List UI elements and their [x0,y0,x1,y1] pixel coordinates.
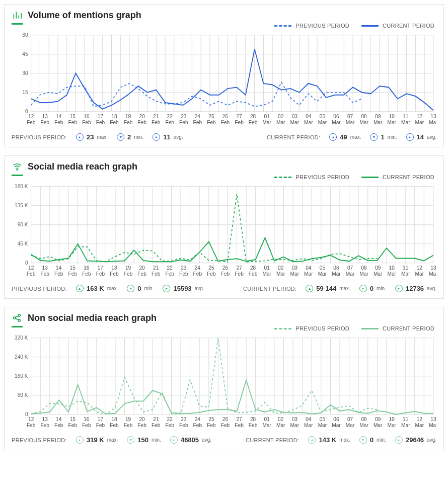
legend-previous: PREVIOUS PERIOD [274,23,349,29]
svg-text:25: 25 [208,113,214,120]
svg-text:Mar: Mar [276,119,285,126]
stat-avg: ▸14avg. [406,133,436,141]
svg-text:25: 25 [208,265,214,271]
svg-text:24: 24 [195,113,200,120]
svg-text:02: 02 [278,416,283,423]
svg-text:17: 17 [98,113,103,120]
panel-header: Volume of mentions graph [12,10,436,21]
svg-text:Mar: Mar [332,422,341,429]
stat-min: ▾150min. [127,436,161,444]
svg-text:09: 09 [375,416,381,423]
svg-text:16: 16 [84,113,89,120]
legend-label-prev: PREVIOUS PERIOD [295,174,349,180]
chart-plot[interactable]: .gl{stroke:#dcdcdc;stroke-width:1}.axis … [12,32,436,127]
svg-text:15: 15 [70,416,76,423]
svg-text:04: 04 [306,113,311,120]
panel-title: Non social media reach graph [28,313,157,323]
stats-period-label: CURRENT PERIOD: [243,286,296,292]
svg-text:22: 22 [167,113,173,120]
svg-text:Feb: Feb [235,422,244,429]
svg-text:23: 23 [181,265,186,271]
legend-swatch-prev [274,177,291,178]
svg-text:01: 01 [264,416,270,423]
legend: PREVIOUS PERIOD CURRENT PERIOD [12,325,434,331]
svg-text:Feb: Feb [249,422,258,429]
stats-period-label: PREVIOUS PERIOD: [12,134,67,140]
legend-swatch-curr [361,177,379,178]
svg-text:Mar: Mar [290,271,300,277]
svg-text:28: 28 [250,416,256,423]
svg-text:Feb: Feb [27,271,36,277]
stats-period-label: PREVIOUS PERIOD: [12,286,67,292]
svg-text:Feb: Feb [235,119,244,126]
svg-text:Feb: Feb [137,422,146,429]
svg-text:Feb: Feb [152,119,161,126]
svg-text:01: 01 [264,113,270,120]
svg-text:Feb: Feb [165,119,174,126]
svg-text:04: 04 [306,265,311,271]
svg-text:Feb: Feb [124,422,133,429]
svg-text:10: 10 [389,265,395,271]
svg-text:Feb: Feb [137,271,146,277]
chart-panel-nonsocial: Non social media reach graph PREVIOUS PE… [4,307,444,450]
legend-label-curr: CURRENT PERIOD [383,174,434,180]
svg-text:23: 23 [181,416,186,423]
svg-text:22: 22 [167,416,173,423]
svg-text:Feb: Feb [82,271,91,277]
chart-plot[interactable]: .gl{stroke:#dcdcdc;stroke-width:1}.axis … [12,335,436,430]
svg-text:03: 03 [292,113,297,120]
svg-text:Feb: Feb [221,422,230,429]
svg-text:16: 16 [84,416,89,423]
stat-min: ▾0min. [359,285,386,292]
svg-text:15: 15 [70,265,76,271]
svg-text:Mar: Mar [332,119,341,126]
svg-text:12: 12 [417,265,422,271]
svg-text:Mar: Mar [359,271,368,277]
svg-text:Feb: Feb [152,271,161,277]
svg-text:Mar: Mar [318,271,327,277]
legend-previous: PREVIOUS PERIOD [274,174,349,180]
legend-current: CURRENT PERIOD [361,23,434,29]
stats-group: CURRENT PERIOD: ▴143 Kmax. ▾0min. ▸29646… [246,436,436,444]
stats-period-label: CURRENT PERIOD: [267,134,320,140]
svg-text:08: 08 [361,416,366,423]
svg-text:Mar: Mar [359,119,368,126]
svg-text:Mar: Mar [387,271,396,277]
svg-text:15: 15 [22,89,28,96]
svg-text:05: 05 [320,265,325,271]
svg-text:01: 01 [264,265,270,271]
stats-row: PREVIOUS PERIOD: ▴163 Kmax. ▾0min. ▸1559… [12,285,436,292]
legend: PREVIOUS PERIOD CURRENT PERIOD [12,174,434,180]
svg-text:Feb: Feb [221,271,230,277]
svg-text:15: 15 [70,113,76,120]
svg-text:135 K: 135 K [15,202,28,209]
stat-min: ▾0min. [359,436,386,444]
svg-text:18: 18 [111,113,117,120]
svg-text:Mar: Mar [415,119,424,126]
stat-min: ▾1min. [370,133,397,141]
svg-text:24: 24 [195,265,200,271]
svg-text:Mar: Mar [262,119,271,126]
stats-group: CURRENT PERIOD: ▴49max. ▾1min. ▸14avg. [267,133,436,141]
svg-text:Feb: Feb [179,271,188,277]
svg-text:19: 19 [125,416,131,423]
svg-text:0: 0 [25,411,28,418]
stats-row: PREVIOUS PERIOD: ▴319 Kmax. ▾150min. ▸46… [12,436,436,444]
svg-text:27: 27 [236,265,242,271]
svg-text:45: 45 [22,51,28,57]
svg-text:27: 27 [236,416,242,423]
svg-text:22: 22 [167,265,173,271]
svg-text:160 K: 160 K [15,373,28,379]
stat-max: ▴143 Kmax. [308,436,350,444]
svg-text:Feb: Feb [54,271,63,277]
legend-swatch-curr [361,25,379,27]
svg-text:19: 19 [125,113,131,120]
chart-panel-mentions: Volume of mentions graph PREVIOUS PERIOD… [4,4,444,147]
chart-plot[interactable]: .gl{stroke:#dcdcdc;stroke-width:1}.axis … [12,183,436,279]
svg-text:Feb: Feb [96,119,105,126]
svg-text:Feb: Feb [68,271,78,277]
svg-text:Feb: Feb [68,422,78,429]
svg-text:19: 19 [125,265,131,271]
stat-max: ▴23max. [76,133,108,141]
svg-text:26: 26 [222,265,228,271]
